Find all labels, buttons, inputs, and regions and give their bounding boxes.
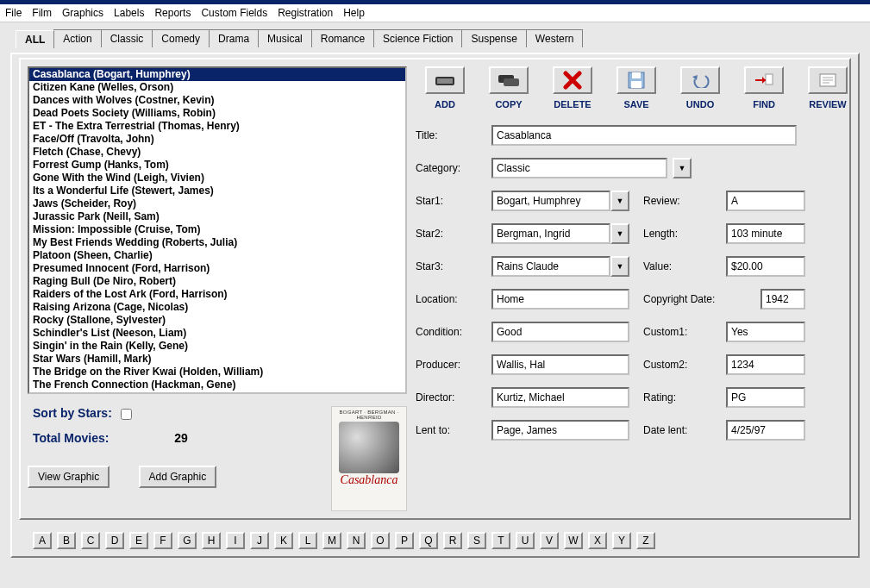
- producer-field[interactable]: [491, 354, 629, 375]
- alpha-s-button[interactable]: S: [467, 532, 486, 549]
- toolbar-undo-button[interactable]: UNDO: [678, 66, 723, 109]
- alpha-q-button[interactable]: Q: [419, 532, 438, 549]
- tab-western[interactable]: Western: [526, 29, 583, 47]
- list-item[interactable]: Dances with Wolves (Costner, Kevin): [29, 94, 405, 107]
- list-item[interactable]: Jurassic Park (Neill, Sam): [29, 210, 405, 223]
- alpha-x-button[interactable]: X: [588, 532, 607, 549]
- menu-film[interactable]: Film: [32, 7, 52, 19]
- star2-dropdown-button[interactable]: ▼: [610, 223, 629, 244]
- list-item[interactable]: Star Wars (Hamill, Mark): [29, 353, 405, 366]
- list-item[interactable]: Presumed Innocent (Ford, Harrison): [29, 262, 405, 275]
- alpha-o-button[interactable]: O: [371, 532, 390, 549]
- category-field[interactable]: [491, 158, 667, 178]
- length-field[interactable]: [726, 223, 805, 244]
- list-item[interactable]: Schindler's List (Neeson, Liam): [29, 327, 405, 340]
- tab-comedy[interactable]: Comedy: [152, 29, 210, 47]
- alpha-d-button[interactable]: D: [105, 532, 124, 549]
- list-item[interactable]: Fletch (Chase, Chevy): [29, 146, 405, 159]
- star2-field[interactable]: [491, 223, 610, 244]
- list-item[interactable]: Singin' in the Rain (Kelly, Gene): [29, 340, 405, 353]
- sort-by-stars-checkbox[interactable]: [121, 409, 132, 420]
- alpha-w-button[interactable]: W: [564, 532, 583, 549]
- alpha-y-button[interactable]: Y: [612, 532, 631, 549]
- menu-labels[interactable]: Labels: [114, 7, 144, 19]
- copyright-field[interactable]: [760, 289, 805, 310]
- tab-musical[interactable]: Musical: [258, 29, 312, 47]
- alpha-e-button[interactable]: E: [129, 532, 148, 549]
- condition-field[interactable]: [491, 322, 629, 342]
- review-field[interactable]: [726, 191, 805, 211]
- list-item[interactable]: The French Connection (Hackman, Gene): [29, 378, 405, 391]
- alpha-n-button[interactable]: N: [347, 532, 366, 549]
- list-item[interactable]: Raising Arizona (Cage, Nicolas): [29, 301, 405, 314]
- alpha-g-button[interactable]: G: [178, 532, 197, 549]
- menu-registration[interactable]: Registration: [278, 7, 333, 19]
- menu-help[interactable]: Help: [343, 7, 365, 19]
- alpha-m-button[interactable]: M: [322, 532, 341, 549]
- location-field[interactable]: [491, 289, 629, 310]
- toolbar-find-button[interactable]: FIND: [742, 66, 786, 109]
- tab-romance[interactable]: Romance: [311, 29, 374, 47]
- tab-science-fiction[interactable]: Science Fiction: [373, 29, 462, 47]
- list-item[interactable]: Dead Poets Society (Williams, Robin): [29, 107, 405, 120]
- alpha-h-button[interactable]: H: [202, 532, 221, 549]
- director-field[interactable]: [491, 387, 629, 408]
- menu-file[interactable]: File: [5, 7, 22, 19]
- alpha-z-button[interactable]: Z: [636, 532, 655, 549]
- alpha-c-button[interactable]: C: [81, 532, 100, 549]
- list-item[interactable]: Jaws (Scheider, Roy): [29, 197, 405, 210]
- rating-field[interactable]: [726, 387, 805, 408]
- alpha-j-button[interactable]: J: [250, 532, 269, 549]
- tab-classic[interactable]: Classic: [101, 29, 153, 47]
- custom1-field[interactable]: [726, 322, 805, 342]
- tab-drama[interactable]: Drama: [209, 29, 259, 47]
- menu-graphics[interactable]: Graphics: [62, 7, 103, 19]
- menu-custom-fields[interactable]: Custom Fields: [201, 7, 267, 19]
- alpha-v-button[interactable]: V: [540, 532, 559, 549]
- list-item[interactable]: Raging Bull (De Niro, Robert): [29, 275, 405, 288]
- tab-suspense[interactable]: Suspense: [461, 29, 526, 47]
- value-field[interactable]: [726, 256, 805, 277]
- list-item[interactable]: Face/Off (Travolta, John): [29, 133, 405, 146]
- alpha-p-button[interactable]: P: [395, 532, 414, 549]
- toolbar-review-button[interactable]: REVIEW: [805, 66, 850, 109]
- add-graphic-button[interactable]: Add Graphic: [139, 466, 217, 488]
- alpha-i-button[interactable]: I: [226, 532, 245, 549]
- tab-all[interactable]: ALL: [16, 30, 54, 48]
- alpha-f-button[interactable]: F: [153, 532, 172, 549]
- list-item[interactable]: ET - The Extra Terrestrial (Thomas, Henr…: [29, 120, 405, 133]
- toolbar-save-button[interactable]: SAVE: [614, 66, 659, 109]
- view-graphic-button[interactable]: View Graphic: [28, 466, 110, 488]
- star1-dropdown-button[interactable]: ▼: [610, 191, 629, 211]
- list-item[interactable]: Rocky (Stallone, Sylvester): [29, 314, 405, 327]
- movie-list[interactable]: Casablanca (Bogart, Humphrey)Citizen Kan…: [28, 66, 407, 394]
- list-item[interactable]: Platoon (Sheen, Charlie): [29, 249, 405, 262]
- alpha-a-button[interactable]: A: [33, 532, 52, 549]
- list-item[interactable]: Gone With the Wind (Leigh, Vivien): [29, 172, 405, 185]
- menu-reports[interactable]: Reports: [154, 7, 191, 19]
- star1-field[interactable]: [491, 191, 610, 211]
- alpha-u-button[interactable]: U: [516, 532, 535, 549]
- lent-to-field[interactable]: [491, 420, 629, 441]
- list-item[interactable]: Its a Wonderful Life (Stewert, James): [29, 185, 405, 197]
- tab-action[interactable]: Action: [53, 29, 101, 47]
- list-item[interactable]: Forrest Gump (Hanks, Tom): [29, 159, 405, 172]
- toolbar-delete-button[interactable]: DELETE: [550, 66, 595, 109]
- title-field[interactable]: [491, 125, 797, 146]
- list-item[interactable]: My Best Friends Wedding (Roberts, Julia): [29, 236, 405, 249]
- list-item[interactable]: The Bridge on the River Kwai (Holden, Wi…: [29, 366, 405, 378]
- toolbar-add-button[interactable]: ADD: [422, 66, 467, 109]
- category-dropdown-button[interactable]: ▼: [673, 158, 692, 178]
- custom2-field[interactable]: [726, 354, 805, 375]
- alpha-k-button[interactable]: K: [274, 532, 293, 549]
- star3-field[interactable]: [491, 256, 610, 277]
- list-item[interactable]: Citizen Kane (Welles, Orson): [29, 81, 405, 94]
- star3-dropdown-button[interactable]: ▼: [610, 256, 629, 277]
- alpha-r-button[interactable]: R: [443, 532, 462, 549]
- list-item[interactable]: Raiders of the Lost Ark (Ford, Harrison): [29, 288, 405, 301]
- alpha-b-button[interactable]: B: [57, 532, 76, 549]
- alpha-t-button[interactable]: T: [491, 532, 510, 549]
- list-item[interactable]: The Godfather (Brando, Marlon): [29, 391, 405, 394]
- toolbar-copy-button[interactable]: COPY: [486, 66, 531, 109]
- list-item[interactable]: Casablanca (Bogart, Humphrey): [29, 68, 405, 81]
